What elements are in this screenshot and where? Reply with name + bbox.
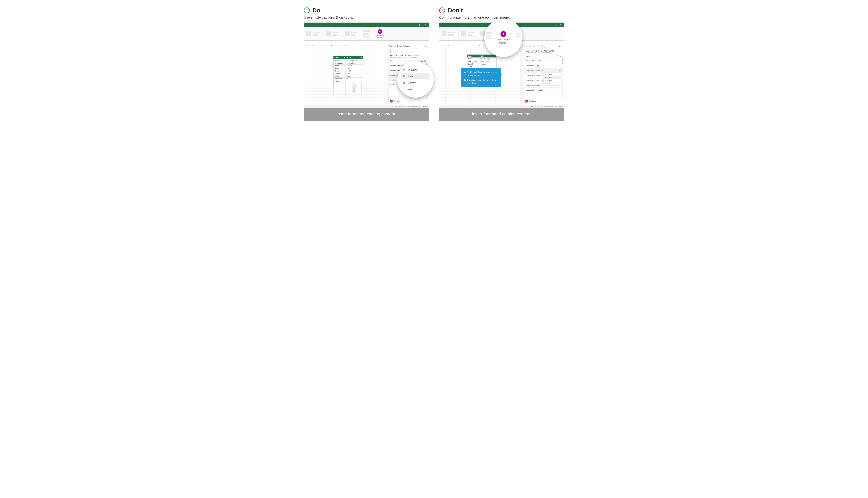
maximize-icon[interactable]: ▢ [419, 24, 421, 26]
svg-point-0 [351, 82, 357, 89]
check-circle-icon [304, 8, 310, 13]
brand-name: Contoso [529, 100, 535, 102]
sort-arrow-icon[interactable]: ↓ [531, 55, 532, 57]
product-image-cell [346, 80, 363, 94]
scrollbar[interactable] [561, 58, 563, 99]
zoom-out-icon[interactable]: – [406, 106, 406, 107]
excel-window: – ▢ ✕ [304, 23, 429, 108]
menu-format[interactable]: Format [401, 79, 430, 86]
sort-label: Name [526, 55, 530, 57]
menu-insert[interactable]: ≡Insert [544, 76, 561, 79]
grid-view-icon[interactable]: ⊞ [424, 60, 426, 62]
zoom-slider[interactable] [544, 106, 554, 107]
table-header[interactable]: Value [479, 55, 496, 57]
search-result-title: LED - R30 - 2700K - Warm White [524, 49, 563, 52]
search-result-count: 16 results in LED - R30 - 60-65 Watt Equ… [389, 56, 428, 59]
zoom-in-icon[interactable]: + [556, 106, 557, 107]
view-normal-icon[interactable]: ▭ [396, 106, 397, 107]
view-pagelayout-icon[interactable]: ▥ [399, 106, 401, 107]
column-headers: G H I J K L M [304, 44, 387, 47]
zoom-level: 100% [423, 106, 427, 107]
insert-icon: ≡ [545, 76, 546, 78]
view-pagebreak-icon[interactable]: ▤ [538, 106, 539, 107]
ribbon-addin-label-2: Contoso [376, 37, 384, 38]
lightbulb-photo [347, 82, 362, 92]
hamburger-icon[interactable]: ≡ [389, 49, 428, 53]
insert-icon [402, 75, 405, 78]
list-view-icon[interactable]: ☰ [557, 55, 558, 57]
spreadsheet-grid[interactable]: G H I J K L M Lable Value [304, 44, 387, 105]
list-view-icon[interactable]: ☰ [421, 60, 423, 62]
close-icon[interactable]: ✕ [561, 45, 563, 48]
chevron-down-icon[interactable]: ▾ [424, 45, 425, 47]
inserted-table: Lable Value Name60 - 65w Equal Descripti… [333, 56, 363, 94]
search-result-count: 16 results in LED - R30 - 60-65 Watt Equ… [524, 52, 563, 54]
context-dropdown: ◉Preview ≡Insert ⚙Format ⊸Pin [544, 73, 561, 85]
eye-icon [402, 68, 405, 71]
sliders-icon: ⚙ [545, 79, 546, 81]
sort-arrow-icon[interactable]: ↓ [396, 60, 396, 62]
zoom-out-icon[interactable]: – [541, 106, 542, 107]
minimize-icon[interactable]: – [414, 24, 416, 26]
view-pagelayout-icon[interactable]: ▥ [534, 106, 536, 107]
formula-bar[interactable] [304, 41, 429, 44]
zoom-in-icon[interactable]: + [420, 106, 421, 107]
menu-pin[interactable]: Pin [401, 86, 430, 93]
view-pagebreak-icon[interactable]: ▤ [402, 106, 404, 107]
zoom-level: 100% [558, 106, 562, 107]
zoom-slider[interactable] [408, 106, 419, 107]
more-icon[interactable]: ⋯ [559, 69, 561, 71]
task-pane-title: Contoso Parts Catalog [389, 45, 410, 48]
svg-point-3 [404, 69, 404, 70]
svg-rect-2 [353, 91, 355, 92]
close-icon[interactable]: ✕ [560, 24, 562, 26]
chevron-down-icon[interactable]: ▾ [559, 45, 560, 47]
eye-icon: ◉ [545, 73, 546, 75]
do-subhead: Use simple captions & call-outs. [304, 15, 429, 19]
ribbon-addin-button[interactable]: Parts Catalog Contoso [376, 29, 384, 38]
brand-name: Contoso [394, 100, 400, 102]
excel-window: – ▢ ✕ [439, 23, 564, 108]
menu-format[interactable]: ⚙Format [544, 79, 561, 82]
brand-badge: C [525, 100, 528, 103]
table-header[interactable]: Lable [467, 55, 479, 57]
ribbon-addin-label-2: Contoso [497, 41, 510, 44]
magnifier-ribbon-button: Parts Catalog Contoso [484, 19, 522, 57]
close-icon[interactable]: ✕ [424, 24, 426, 26]
svg-rect-4 [403, 75, 405, 76]
task-pane-footer: C Contoso [524, 99, 563, 104]
menu-preview[interactable]: ◉Preview [544, 73, 561, 76]
brand-badge: C [390, 100, 393, 103]
table-header[interactable]: Value [346, 56, 363, 59]
close-icon[interactable]: ✕ [426, 45, 427, 48]
dont-figure: – ▢ ✕ [439, 23, 564, 121]
excel-ribbon: Parts Catalog Contoso [304, 27, 429, 41]
menu-insert[interactable]: Insert [401, 73, 430, 79]
view-normal-icon[interactable]: ▭ [531, 106, 533, 107]
lightbulb-icon [378, 29, 382, 34]
grid-view-icon[interactable]: ⊞ [559, 55, 561, 57]
svg-rect-5 [403, 76, 404, 76]
menu-preview[interactable]: Preview [401, 66, 430, 73]
status-bar: ▭ ▥ ▤ – + 100% [304, 105, 429, 108]
ribbon-addin-label-1: Parts Catalog [376, 35, 384, 36]
sliders-icon [402, 81, 405, 84]
search-result-title: LED - R30 - 2700K - Warm White [389, 53, 428, 56]
instruction-callout: First launch from the ribbon parts catal… [461, 68, 501, 87]
task-pane-title: Contoso Parts Catalog [524, 45, 545, 48]
results-list: Contoso 60 - 65w Equal Contoso 85w Equal… [524, 58, 563, 99]
list-item[interactable]: Contoso 60 - 65w Equal [524, 58, 563, 63]
do-title: Do [312, 7, 320, 14]
callout-step-b: Then insert from the menu item drop down… [467, 79, 498, 85]
maximize-icon[interactable]: ▢ [555, 24, 557, 26]
menu-pin[interactable]: ⊸Pin [544, 82, 561, 85]
magnifier-context-menu: Preview Insert Format Pin [397, 61, 433, 98]
list-item[interactable]: Contoso 85w Equal [524, 63, 563, 68]
minimize-icon[interactable]: – [549, 24, 552, 26]
table-header[interactable]: Lable [334, 56, 346, 59]
task-pane-footer: C Contoso [389, 99, 428, 104]
list-item[interactable]: Contoso 60 - 65w Equal [524, 88, 563, 92]
status-bar: ▭ ▥ ▤ – + 100% [439, 105, 564, 108]
dont-panel: Don't Communicate more than one point pe… [439, 7, 564, 121]
svg-rect-1 [353, 89, 355, 91]
